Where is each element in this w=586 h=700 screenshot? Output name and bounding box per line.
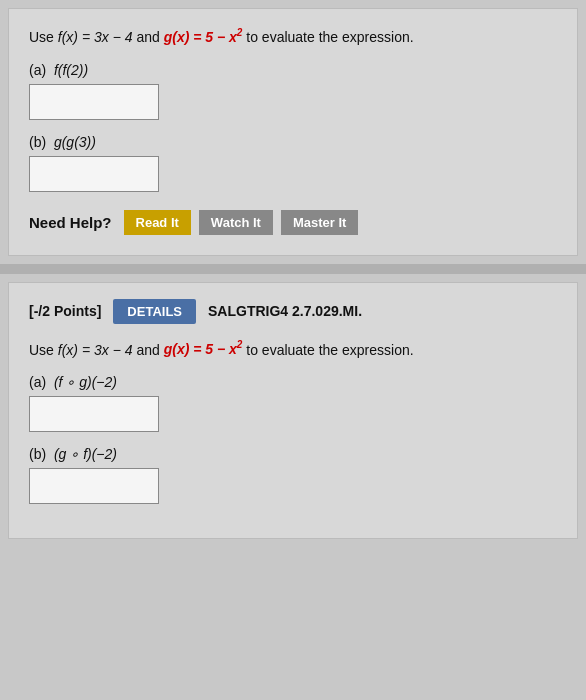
and-text-1: and (133, 29, 164, 45)
and-text-2: and (133, 341, 164, 357)
section-2: [-/2 Points] DETAILS SALGTRIG4 2.7.029.M… (8, 282, 578, 540)
part-a: (a) f(f(2)) (29, 62, 557, 120)
gx-def-1: g(x) = 5 − x2 (164, 29, 243, 45)
problem-suffix-1: to evaluate the expression. (242, 29, 413, 45)
points-label: [-/2 Points] (29, 303, 101, 319)
part-2b-label: (b) (g ∘ f)(−2) (29, 446, 557, 462)
part-b-expr: g (54, 134, 62, 150)
problem-statement-1: Use f(x) = 3x − 4 and g(x) = 5 − x2 to e… (29, 25, 557, 48)
part-b: (b) g(g(3)) (29, 134, 557, 192)
answer-input-2b[interactable] (29, 468, 159, 504)
gx-def-2: g(x) = 5 − x2 (164, 341, 243, 357)
problem-statement-2: Use f(x) = 3x − 4 and g(x) = 5 − x2 to e… (29, 338, 557, 361)
answer-input-2a[interactable] (29, 396, 159, 432)
need-help-row: Need Help? Read It Watch It Master It (29, 210, 557, 235)
section-divider (0, 264, 586, 274)
part-2b-expr: (g ∘ f)(−2) (54, 446, 117, 462)
part-a-label: (a) f(f(2)) (29, 62, 557, 78)
details-code: SALGTRIG4 2.7.029.MI. (208, 303, 362, 319)
problem-suffix-2: to evaluate the expression. (242, 341, 413, 357)
details-button[interactable]: DETAILS (113, 299, 196, 324)
read-it-button[interactable]: Read It (124, 210, 191, 235)
details-row: [-/2 Points] DETAILS SALGTRIG4 2.7.029.M… (29, 299, 557, 324)
part-2a: (a) (f ∘ g)(−2) (29, 374, 557, 432)
answer-input-1b[interactable] (29, 156, 159, 192)
master-it-button[interactable]: Master It (281, 210, 358, 235)
problem-prefix-1: Use (29, 29, 58, 45)
part-2a-expr: (f ∘ g)(−2) (54, 374, 117, 390)
fx-def-2: f(x) = 3x − 4 (58, 341, 133, 357)
need-help-label: Need Help? (29, 214, 112, 231)
part-2a-label: (a) (f ∘ g)(−2) (29, 374, 557, 390)
answer-input-1a[interactable] (29, 84, 159, 120)
problem-prefix-2: Use (29, 341, 58, 357)
part-b-label: (b) g(g(3)) (29, 134, 557, 150)
part-2b: (b) (g ∘ f)(−2) (29, 446, 557, 504)
fx-def-1: f(x) = 3x − 4 (58, 29, 133, 45)
watch-it-button[interactable]: Watch It (199, 210, 273, 235)
section-1: Use f(x) = 3x − 4 and g(x) = 5 − x2 to e… (8, 8, 578, 256)
